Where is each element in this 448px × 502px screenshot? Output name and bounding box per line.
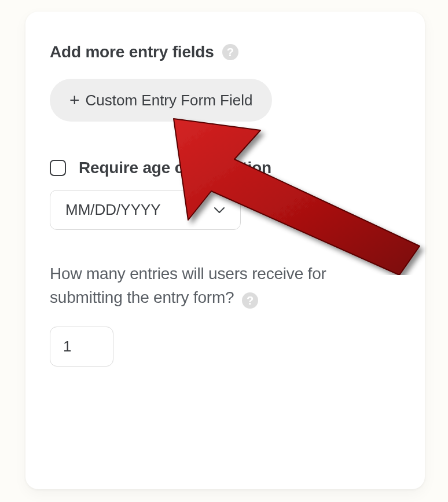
entries-question-text: How many entries will users receive for … — [50, 265, 326, 306]
date-format-select-wrap: MM/DD/YYYY — [50, 190, 241, 230]
add-custom-field-button[interactable]: + Custom Entry Form Field — [50, 79, 272, 122]
age-confirmation-row: Require age confirmation — [50, 159, 401, 177]
entries-question: How many entries will users receive for … — [50, 262, 401, 309]
date-format-select[interactable]: MM/DD/YYYY — [50, 190, 241, 230]
add-custom-field-label: Custom Entry Form Field — [86, 91, 253, 109]
help-icon[interactable]: ? — [242, 292, 258, 309]
age-confirmation-checkbox[interactable] — [50, 160, 66, 176]
entries-count-value: 1 — [63, 338, 71, 355]
settings-card: Add more entry fields ? + Custom Entry F… — [25, 12, 425, 489]
help-icon[interactable]: ? — [222, 44, 238, 60]
section-title: Add more entry fields — [50, 43, 214, 61]
age-confirmation-label: Require age confirmation — [79, 159, 271, 177]
plus-icon: + — [69, 90, 80, 110]
section-header: Add more entry fields ? — [50, 43, 401, 61]
entries-count-input[interactable]: 1 — [50, 327, 113, 367]
chevron-down-icon — [214, 207, 225, 214]
date-format-value: MM/DD/YYYY — [65, 201, 161, 219]
